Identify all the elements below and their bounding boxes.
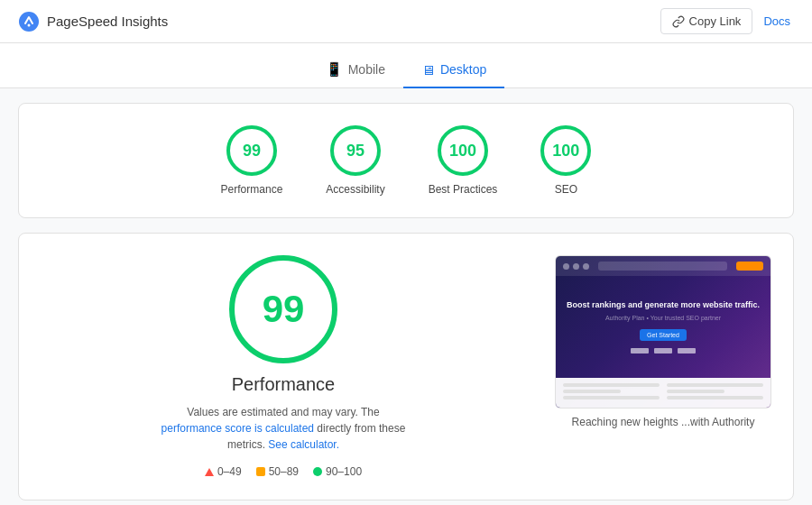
preview-bottom-section — [556, 378, 770, 408]
header-left: PageSpeed Insights — [18, 11, 168, 32]
score-legend: 0–49 50–89 90–100 — [205, 465, 362, 478]
score-item-seo: 100 SEO — [540, 125, 591, 196]
header-right: Copy Link Docs — [660, 8, 794, 34]
score-value-best-practices: 100 — [449, 142, 476, 161]
svg-point-1 — [28, 23, 31, 26]
app-title: PageSpeed Insights — [47, 14, 168, 29]
legend-high-label: 90–100 — [326, 465, 362, 478]
docs-link[interactable]: Docs — [760, 9, 794, 33]
website-preview: Boost rankings and generate more website… — [555, 255, 771, 409]
legend-green-icon — [313, 467, 322, 476]
score-item-performance: 99 Performance — [221, 125, 283, 196]
score-value-performance: 99 — [243, 142, 261, 161]
big-score-value: 99 — [263, 288, 305, 331]
detail-right: Boost rankings and generate more website… — [555, 255, 771, 436]
score-label-best-practices: Best Practices — [429, 183, 498, 196]
logo-3 — [678, 348, 696, 354]
tabs-bar: 📱 Mobile 🖥 Desktop — [0, 43, 812, 88]
logo-2 — [654, 348, 672, 354]
preview-subtitle: Reaching new heights ...with Authority — [555, 409, 771, 436]
legend-orange-icon — [256, 467, 265, 476]
score-value-accessibility: 95 — [346, 142, 364, 161]
copy-link-label: Copy Link — [689, 14, 742, 28]
svg-point-0 — [19, 12, 39, 32]
detail-title: Performance — [232, 374, 336, 395]
preview-text-right — [667, 383, 763, 402]
score-circle-accessibility: 95 — [330, 125, 381, 176]
legend-mid: 50–89 — [256, 465, 299, 478]
preview-partner-logos — [631, 348, 696, 354]
preview-cta-button — [736, 262, 763, 271]
tab-desktop-label: Desktop — [440, 62, 486, 77]
score-value-seo: 100 — [552, 142, 579, 161]
copy-link-button[interactable]: Copy Link — [660, 8, 753, 34]
legend-low-label: 0–49 — [217, 465, 242, 478]
detail-card: 99 Performance Values are estimated and … — [18, 233, 794, 500]
preview-dot-1 — [563, 263, 569, 270]
score-summary-card: 99 Performance 95 Accessibility 100 Best… — [18, 103, 794, 218]
text-line-3 — [563, 396, 660, 399]
header: PageSpeed Insights Copy Link Docs — [0, 0, 812, 43]
text-line-1 — [563, 383, 660, 387]
text-line-2 — [563, 390, 621, 393]
detail-description: Values are estimated and may vary. The p… — [157, 404, 410, 453]
preview-url-bar — [598, 262, 727, 271]
tab-mobile[interactable]: 📱 Mobile — [308, 52, 403, 88]
detail-left: 99 Performance Values are estimated and … — [41, 255, 526, 478]
preview-dot-2 — [573, 263, 579, 270]
score-circle-performance: 99 — [226, 125, 277, 176]
link-icon — [672, 15, 685, 28]
legend-mid-label: 50–89 — [269, 465, 299, 478]
legend-high: 90–100 — [313, 465, 362, 478]
text-line-5 — [667, 390, 724, 393]
score-label-seo: SEO — [555, 183, 577, 196]
legend-red-icon — [205, 468, 214, 476]
preview-dot-3 — [583, 263, 589, 270]
score-label-performance: Performance — [221, 183, 283, 196]
preview-heading: Boost rankings and generate more website… — [567, 300, 760, 311]
desktop-icon: 🖥 — [421, 62, 435, 78]
preview-topbar — [556, 256, 770, 276]
pagespeed-logo — [18, 11, 40, 32]
score-item-best-practices: 100 Best Practices — [429, 125, 498, 196]
score-circle-best-practices: 100 — [438, 125, 488, 176]
calculator-link[interactable]: See calculator. — [268, 438, 339, 451]
text-line-4 — [667, 383, 763, 387]
preview-subtext: Authority Plan • Your trusted SEO partne… — [605, 314, 721, 322]
preview-text-left — [563, 383, 660, 402]
big-score-circle: 99 — [229, 255, 337, 363]
preview-cta: Get Started — [640, 329, 687, 341]
logo-1 — [631, 348, 649, 354]
score-label-accessibility: Accessibility — [326, 183, 384, 196]
main-content: 99 Performance 95 Accessibility 100 Best… — [0, 88, 812, 505]
preview-hero: Boost rankings and generate more website… — [556, 276, 770, 378]
score-circle-seo: 100 — [540, 125, 591, 176]
tab-mobile-label: Mobile — [348, 62, 385, 77]
mobile-icon: 📱 — [326, 61, 343, 78]
perf-score-link[interactable]: performance score is calculated — [161, 422, 314, 435]
legend-low: 0–49 — [205, 465, 242, 478]
score-item-accessibility: 95 Accessibility — [326, 125, 384, 196]
text-line-6 — [667, 396, 763, 399]
tab-desktop[interactable]: 🖥 Desktop — [403, 52, 504, 88]
score-summary: 99 Performance 95 Accessibility 100 Best… — [41, 125, 771, 196]
